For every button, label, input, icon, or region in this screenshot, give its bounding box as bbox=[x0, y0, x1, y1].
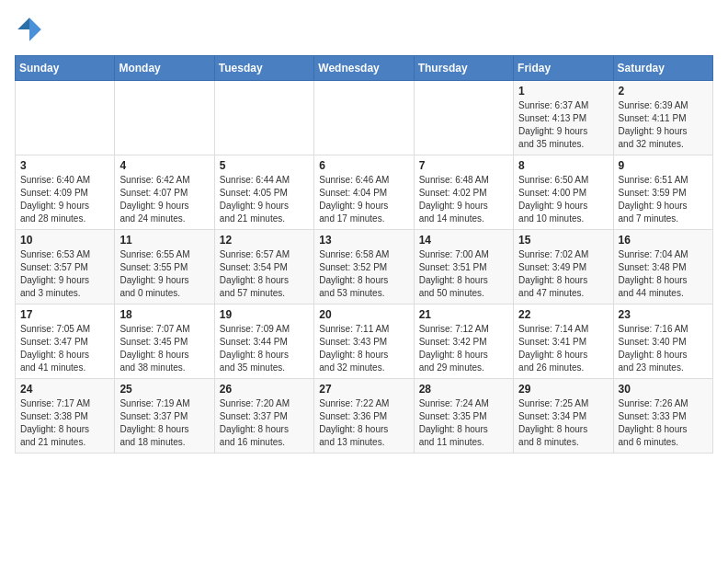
weekday-header-wednesday: Wednesday bbox=[314, 56, 414, 81]
day-number: 28 bbox=[419, 383, 508, 396]
day-number: 30 bbox=[619, 383, 708, 396]
day-number: 5 bbox=[220, 159, 309, 172]
calendar-cell: 25Sunrise: 7:19 AM Sunset: 3:37 PM Dayli… bbox=[115, 379, 214, 454]
calendar-cell: 23Sunrise: 7:16 AM Sunset: 3:40 PM Dayli… bbox=[613, 304, 712, 379]
calendar-week-4: 17Sunrise: 7:05 AM Sunset: 3:47 PM Dayli… bbox=[16, 304, 713, 379]
weekday-header-sunday: Sunday bbox=[16, 56, 115, 81]
day-number: 6 bbox=[319, 159, 408, 172]
day-info: Sunrise: 7:02 AM Sunset: 3:49 PM Dayligh… bbox=[518, 248, 608, 300]
calendar-cell: 24Sunrise: 7:17 AM Sunset: 3:38 PM Dayli… bbox=[16, 379, 115, 454]
day-info: Sunrise: 6:48 AM Sunset: 4:02 PM Dayligh… bbox=[419, 174, 508, 225]
weekday-header-thursday: Thursday bbox=[414, 56, 513, 81]
calendar-cell: 14Sunrise: 7:00 AM Sunset: 3:51 PM Dayli… bbox=[414, 230, 513, 304]
day-info: Sunrise: 7:22 AM Sunset: 3:36 PM Dayligh… bbox=[319, 397, 408, 449]
calendar-cell: 8Sunrise: 6:50 AM Sunset: 4:00 PM Daylig… bbox=[514, 155, 613, 230]
day-info: Sunrise: 7:12 AM Sunset: 3:42 PM Dayligh… bbox=[419, 323, 508, 374]
day-number: 22 bbox=[518, 308, 608, 321]
day-info: Sunrise: 7:04 AM Sunset: 3:48 PM Dayligh… bbox=[619, 248, 708, 300]
calendar-header: SundayMondayTuesdayWednesdayThursdayFrid… bbox=[16, 56, 713, 81]
day-number: 10 bbox=[20, 234, 109, 247]
calendar-cell bbox=[16, 81, 115, 155]
day-info: Sunrise: 6:42 AM Sunset: 4:07 PM Dayligh… bbox=[119, 174, 209, 225]
logo bbox=[15, 15, 48, 44]
day-number: 15 bbox=[518, 234, 608, 247]
calendar-cell: 5Sunrise: 6:44 AM Sunset: 4:05 PM Daylig… bbox=[214, 155, 313, 230]
calendar-cell: 15Sunrise: 7:02 AM Sunset: 3:49 PM Dayli… bbox=[514, 230, 613, 304]
day-info: Sunrise: 6:37 AM Sunset: 4:13 PM Dayligh… bbox=[518, 99, 608, 151]
calendar-week-3: 10Sunrise: 6:53 AM Sunset: 3:57 PM Dayli… bbox=[16, 230, 713, 304]
calendar-cell: 19Sunrise: 7:09 AM Sunset: 3:44 PM Dayli… bbox=[214, 304, 313, 379]
day-info: Sunrise: 7:11 AM Sunset: 3:43 PM Dayligh… bbox=[319, 323, 408, 374]
day-info: Sunrise: 7:05 AM Sunset: 3:47 PM Dayligh… bbox=[20, 323, 109, 374]
calendar-cell: 1Sunrise: 6:37 AM Sunset: 4:13 PM Daylig… bbox=[514, 81, 613, 155]
weekday-header-friday: Friday bbox=[514, 56, 613, 81]
day-info: Sunrise: 6:39 AM Sunset: 4:11 PM Dayligh… bbox=[619, 99, 708, 151]
calendar-cell: 21Sunrise: 7:12 AM Sunset: 3:42 PM Dayli… bbox=[414, 304, 513, 379]
weekday-header-monday: Monday bbox=[115, 56, 214, 81]
day-number: 8 bbox=[518, 159, 608, 172]
calendar-week-5: 24Sunrise: 7:17 AM Sunset: 3:38 PM Dayli… bbox=[16, 379, 713, 454]
day-info: Sunrise: 6:53 AM Sunset: 3:57 PM Dayligh… bbox=[20, 248, 109, 300]
day-info: Sunrise: 6:51 AM Sunset: 3:59 PM Dayligh… bbox=[619, 174, 708, 225]
day-info: Sunrise: 7:25 AM Sunset: 3:34 PM Dayligh… bbox=[518, 397, 608, 449]
calendar-cell: 11Sunrise: 6:55 AM Sunset: 3:55 PM Dayli… bbox=[115, 230, 214, 304]
day-info: Sunrise: 6:46 AM Sunset: 4:04 PM Dayligh… bbox=[319, 174, 408, 225]
calendar-week-1: 1Sunrise: 6:37 AM Sunset: 4:13 PM Daylig… bbox=[16, 81, 713, 155]
day-info: Sunrise: 7:16 AM Sunset: 3:40 PM Dayligh… bbox=[619, 323, 708, 374]
calendar-table: SundayMondayTuesdayWednesdayThursdayFrid… bbox=[15, 55, 713, 454]
day-number: 23 bbox=[619, 308, 708, 321]
day-info: Sunrise: 7:09 AM Sunset: 3:44 PM Dayligh… bbox=[220, 323, 309, 374]
day-number: 20 bbox=[319, 308, 408, 321]
day-info: Sunrise: 7:24 AM Sunset: 3:35 PM Dayligh… bbox=[419, 397, 508, 449]
calendar-cell: 28Sunrise: 7:24 AM Sunset: 3:35 PM Dayli… bbox=[414, 379, 513, 454]
calendar-cell bbox=[214, 81, 313, 155]
calendar-week-2: 3Sunrise: 6:40 AM Sunset: 4:09 PM Daylig… bbox=[16, 155, 713, 230]
calendar-cell: 18Sunrise: 7:07 AM Sunset: 3:45 PM Dayli… bbox=[115, 304, 214, 379]
day-number: 1 bbox=[518, 85, 608, 98]
logo-icon bbox=[15, 15, 44, 44]
page-header bbox=[15, 15, 713, 44]
calendar-cell: 6Sunrise: 6:46 AM Sunset: 4:04 PM Daylig… bbox=[314, 155, 414, 230]
day-info: Sunrise: 6:58 AM Sunset: 3:52 PM Dayligh… bbox=[319, 248, 408, 300]
day-info: Sunrise: 7:20 AM Sunset: 3:37 PM Dayligh… bbox=[220, 397, 309, 449]
day-number: 24 bbox=[20, 383, 109, 396]
calendar-cell: 12Sunrise: 6:57 AM Sunset: 3:54 PM Dayli… bbox=[214, 230, 313, 304]
day-number: 25 bbox=[119, 383, 209, 396]
day-number: 11 bbox=[119, 234, 209, 247]
calendar-cell: 4Sunrise: 6:42 AM Sunset: 4:07 PM Daylig… bbox=[115, 155, 214, 230]
calendar-cell: 9Sunrise: 6:51 AM Sunset: 3:59 PM Daylig… bbox=[613, 155, 712, 230]
calendar-cell: 13Sunrise: 6:58 AM Sunset: 3:52 PM Dayli… bbox=[314, 230, 414, 304]
calendar-cell: 29Sunrise: 7:25 AM Sunset: 3:34 PM Dayli… bbox=[514, 379, 613, 454]
calendar-cell: 7Sunrise: 6:48 AM Sunset: 4:02 PM Daylig… bbox=[414, 155, 513, 230]
calendar-cell: 27Sunrise: 7:22 AM Sunset: 3:36 PM Dayli… bbox=[314, 379, 414, 454]
day-number: 26 bbox=[220, 383, 309, 396]
calendar-body: 1Sunrise: 6:37 AM Sunset: 4:13 PM Daylig… bbox=[16, 81, 713, 454]
day-number: 27 bbox=[319, 383, 408, 396]
day-number: 9 bbox=[619, 159, 708, 172]
day-number: 21 bbox=[419, 308, 508, 321]
day-info: Sunrise: 6:50 AM Sunset: 4:00 PM Dayligh… bbox=[518, 174, 608, 225]
day-info: Sunrise: 7:00 AM Sunset: 3:51 PM Dayligh… bbox=[419, 248, 508, 300]
day-info: Sunrise: 7:19 AM Sunset: 3:37 PM Dayligh… bbox=[119, 397, 209, 449]
calendar-cell bbox=[314, 81, 414, 155]
day-number: 4 bbox=[119, 159, 209, 172]
day-number: 18 bbox=[119, 308, 209, 321]
day-info: Sunrise: 6:44 AM Sunset: 4:05 PM Dayligh… bbox=[220, 174, 309, 225]
calendar-cell: 3Sunrise: 6:40 AM Sunset: 4:09 PM Daylig… bbox=[16, 155, 115, 230]
day-number: 14 bbox=[419, 234, 508, 247]
svg-marker-1 bbox=[17, 17, 29, 29]
day-info: Sunrise: 6:57 AM Sunset: 3:54 PM Dayligh… bbox=[220, 248, 309, 300]
day-info: Sunrise: 7:07 AM Sunset: 3:45 PM Dayligh… bbox=[119, 323, 209, 374]
weekday-header-tuesday: Tuesday bbox=[214, 56, 313, 81]
calendar-cell: 16Sunrise: 7:04 AM Sunset: 3:48 PM Dayli… bbox=[613, 230, 712, 304]
day-info: Sunrise: 6:40 AM Sunset: 4:09 PM Dayligh… bbox=[20, 174, 109, 225]
day-info: Sunrise: 6:55 AM Sunset: 3:55 PM Dayligh… bbox=[119, 248, 209, 300]
day-number: 19 bbox=[220, 308, 309, 321]
calendar-cell: 22Sunrise: 7:14 AM Sunset: 3:41 PM Dayli… bbox=[514, 304, 613, 379]
day-number: 13 bbox=[319, 234, 408, 247]
day-info: Sunrise: 7:17 AM Sunset: 3:38 PM Dayligh… bbox=[20, 397, 109, 449]
calendar-cell: 30Sunrise: 7:26 AM Sunset: 3:33 PM Dayli… bbox=[613, 379, 712, 454]
day-number: 3 bbox=[20, 159, 109, 172]
calendar-cell: 10Sunrise: 6:53 AM Sunset: 3:57 PM Dayli… bbox=[16, 230, 115, 304]
svg-marker-0 bbox=[29, 17, 41, 41]
